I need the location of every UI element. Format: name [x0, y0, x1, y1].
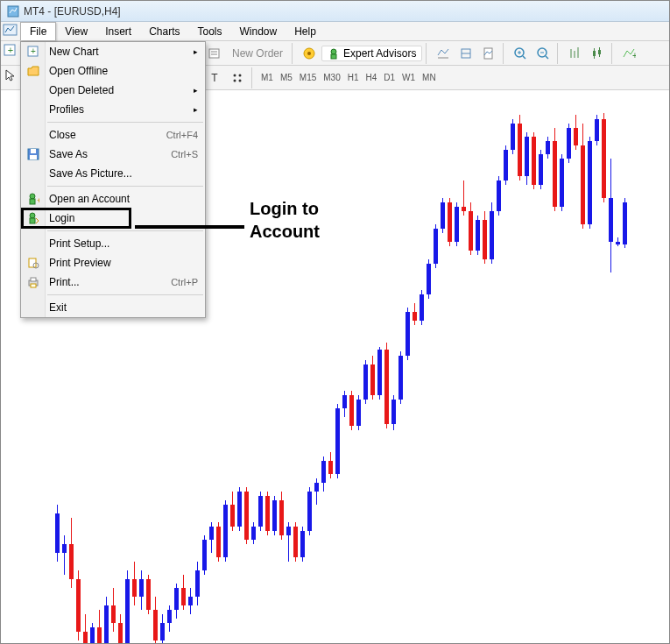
menu-charts[interactable]: Charts [140, 23, 188, 40]
file-dropdown: + New Chart▸ Open Offline Open Deleted▸ … [20, 41, 206, 318]
print-icon [26, 275, 40, 289]
menu-tools[interactable]: Tools [189, 23, 231, 40]
separator [426, 43, 429, 64]
menu-new-chart[interactable]: + New Chart▸ [21, 42, 205, 61]
expert-advisors-label: Expert Advisors [343, 47, 416, 60]
text-tool-icon[interactable]: T [204, 67, 225, 88]
bar-chart-icon[interactable] [564, 43, 585, 64]
svg-rect-39 [31, 149, 36, 153]
menu-close[interactable]: CloseCtrl+F4 [21, 125, 205, 145]
add-indicator-icon[interactable]: + [618, 43, 639, 64]
template-icon[interactable] [478, 43, 499, 64]
indicator-list-icon[interactable] [433, 43, 454, 64]
candlestick-icon[interactable] [587, 43, 608, 64]
new-chart-icon[interactable]: + [3, 43, 18, 59]
separator [47, 186, 203, 187]
svg-rect-45 [30, 218, 35, 223]
separator [47, 122, 203, 123]
account-icon: + [26, 192, 40, 206]
title-bar: MT4 - [EURUSD,H4] [1, 1, 669, 22]
menu-profiles[interactable]: Profiles▸ [21, 100, 205, 119]
save-icon [26, 147, 40, 161]
menu-open-deleted[interactable]: Open Deleted▸ [21, 81, 205, 100]
svg-rect-4 [209, 49, 219, 58]
zoom-out-icon[interactable] [532, 43, 554, 64]
svg-rect-0 [8, 6, 18, 17]
separator [611, 43, 615, 64]
separator [292, 43, 295, 64]
menu-open-offline[interactable]: Open Offline [21, 61, 205, 81]
separator [251, 67, 255, 88]
new-order-label[interactable]: New Order [227, 47, 288, 60]
menu-open-account[interactable]: + Open an Account [21, 189, 205, 209]
menu-view[interactable]: View [56, 23, 96, 40]
svg-point-8 [307, 52, 311, 55]
svg-point-34 [234, 79, 236, 81]
timeframe-h4[interactable]: H4 [363, 71, 380, 84]
timeframe-m1[interactable]: M1 [258, 71, 276, 84]
separator [47, 294, 203, 295]
svg-point-41 [30, 194, 35, 199]
svg-text:+: + [632, 51, 636, 60]
menu-save-picture[interactable]: Save As Picture... [21, 164, 205, 183]
login-icon [26, 211, 40, 225]
svg-text:+: + [37, 196, 39, 205]
menu-bar: File View Insert Charts Tools Window Hel… [1, 22, 669, 41]
print-preview-icon [26, 256, 40, 270]
svg-line-20 [546, 56, 548, 59]
callout-arrow [135, 225, 244, 229]
svg-rect-49 [31, 278, 36, 281]
window-title: MT4 - [EURUSD,H4] [24, 5, 121, 18]
menu-save-as[interactable]: Save AsCtrl+S [21, 145, 205, 164]
svg-marker-30 [6, 70, 14, 81]
menu-print-preview[interactable]: Print Preview [21, 253, 205, 272]
menu-insert[interactable]: Insert [96, 23, 140, 40]
timeframe-h1[interactable]: H1 [345, 71, 362, 84]
folder-icon [26, 64, 40, 78]
cursor-icon[interactable] [3, 67, 18, 83]
svg-text:+: + [8, 45, 13, 55]
menu-print[interactable]: Print...Ctrl+P [21, 272, 205, 292]
menu-file[interactable]: File [20, 22, 56, 40]
periodicity-icon[interactable] [455, 43, 476, 64]
app-icon [6, 4, 20, 18]
svg-line-16 [523, 56, 525, 59]
timeframe-m5[interactable]: M5 [278, 71, 295, 84]
svg-rect-40 [30, 155, 37, 159]
svg-text:+: + [31, 46, 36, 56]
separator [47, 230, 203, 231]
timeframe-mn[interactable]: MN [420, 71, 439, 84]
objects-icon[interactable] [227, 67, 248, 88]
chart-window-icon[interactable] [3, 22, 18, 38]
svg-rect-50 [31, 284, 36, 287]
svg-point-35 [239, 79, 242, 81]
zoom-in-icon[interactable] [510, 43, 531, 64]
separator [503, 43, 506, 64]
svg-point-32 [234, 74, 236, 76]
autotrading-icon[interactable] [299, 43, 320, 64]
svg-text:T: T [211, 72, 218, 84]
timeframe-d1[interactable]: D1 [381, 71, 398, 84]
svg-point-33 [239, 74, 242, 76]
expert-advisors-button[interactable]: Expert Advisors [321, 46, 422, 61]
menu-print-setup[interactable]: Print Setup... [21, 234, 205, 253]
svg-point-44 [30, 213, 35, 218]
new-chart-icon: + [26, 45, 40, 59]
timeframe-w1[interactable]: W1 [399, 71, 418, 84]
svg-rect-42 [30, 199, 35, 204]
separator [557, 43, 561, 64]
svg-point-9 [331, 49, 336, 54]
timeframe-m15[interactable]: M15 [297, 71, 319, 84]
svg-rect-10 [331, 54, 336, 59]
new-order-icon[interactable] [204, 43, 225, 64]
menu-window[interactable]: Window [231, 23, 286, 40]
timeframe-m30[interactable]: M30 [321, 71, 342, 84]
callout-label: Login to Account [250, 197, 320, 243]
menu-exit[interactable]: Exit [21, 298, 205, 317]
menu-help[interactable]: Help [286, 23, 325, 40]
